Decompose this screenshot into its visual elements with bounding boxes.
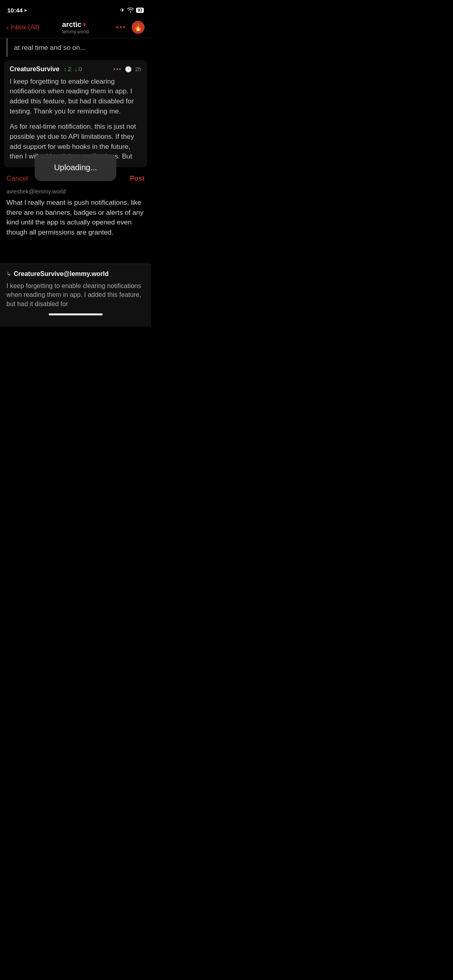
partial-comment-top: at real time and so on... [6, 38, 151, 57]
quoted-author-name: CreatureSurvive@lemmy.world [14, 270, 109, 278]
nav-flame-button[interactable]: 🔥 [132, 21, 145, 34]
downvote-count[interactable]: ↓ 0 [74, 66, 82, 72]
quoted-text: I keep forgetting to enable clearing not… [6, 282, 145, 309]
comment-meta-right: ••• 🕐 2h [114, 66, 141, 72]
nav-center: arctic ▾ lemmy.world [62, 21, 89, 35]
nav-subtitle: lemmy.world [62, 29, 89, 35]
location-icon: ▸ [25, 7, 27, 13]
main-comment-block: CreatureSurvive ↑ 2 ↓ 0 ••• 🕐 2h I keep … [4, 60, 147, 167]
comment-body-p2: As for real-time notification, this is j… [10, 122, 141, 162]
upvote-icon: ↑ [64, 66, 67, 72]
comment-votes: ↑ 2 ↓ 0 [64, 66, 82, 72]
battery-indicator: 93 [136, 8, 144, 13]
comment-body-p1: I keep forgetting to enable clearing not… [10, 77, 141, 117]
back-chevron-icon: ‹ [6, 23, 9, 32]
quoted-author-row: ↳ CreatureSurvive@lemmy.world [6, 270, 145, 278]
wifi-icon [127, 8, 134, 12]
cancel-button[interactable]: Cancel [6, 175, 28, 183]
back-label: Inbox (All) [10, 24, 39, 31]
comment-header: CreatureSurvive ↑ 2 ↓ 0 ••• 🕐 2h [10, 66, 141, 73]
comment-time: 2h [135, 66, 141, 72]
downvote-icon: ↓ [74, 66, 77, 72]
airplane-icon: ✈ [120, 7, 125, 13]
comment-body: I keep forgetting to enable clearing not… [10, 77, 141, 162]
user-reply-text[interactable]: What I really meant is push notification… [6, 198, 145, 238]
quoted-arrow-icon: ↳ [6, 271, 11, 277]
nav-title-text: arctic [62, 21, 81, 29]
comment-author: CreatureSurvive [10, 66, 60, 73]
nav-more-button[interactable]: ••• [116, 23, 126, 32]
user-reply-area: avieshek@lemmy.world What I really meant… [0, 187, 151, 243]
nav-title-chevron-icon: ▾ [83, 21, 86, 28]
comment-more-button[interactable]: ••• [114, 66, 122, 72]
comment-time-icon: 🕐 [125, 66, 132, 72]
upvote-count[interactable]: ↑ 2 [64, 66, 71, 72]
status-icons: ✈ 93 [120, 7, 144, 13]
status-bar: 10:44 ▸ ✈ 93 [0, 0, 151, 18]
status-time: 10:44 [7, 7, 23, 14]
nav-bar: ‹ Inbox (All) arctic ▾ lemmy.world ••• 🔥 [0, 18, 151, 38]
partial-comment-text: at real time and so on... [14, 44, 86, 51]
reply-bar: Cancel Post [0, 171, 151, 187]
post-button[interactable]: Post [130, 175, 145, 183]
home-indicator [49, 313, 103, 315]
quoted-block: ↳ CreatureSurvive@lemmy.world I keep for… [0, 264, 151, 327]
user-handle: avieshek@lemmy.world [6, 188, 145, 195]
